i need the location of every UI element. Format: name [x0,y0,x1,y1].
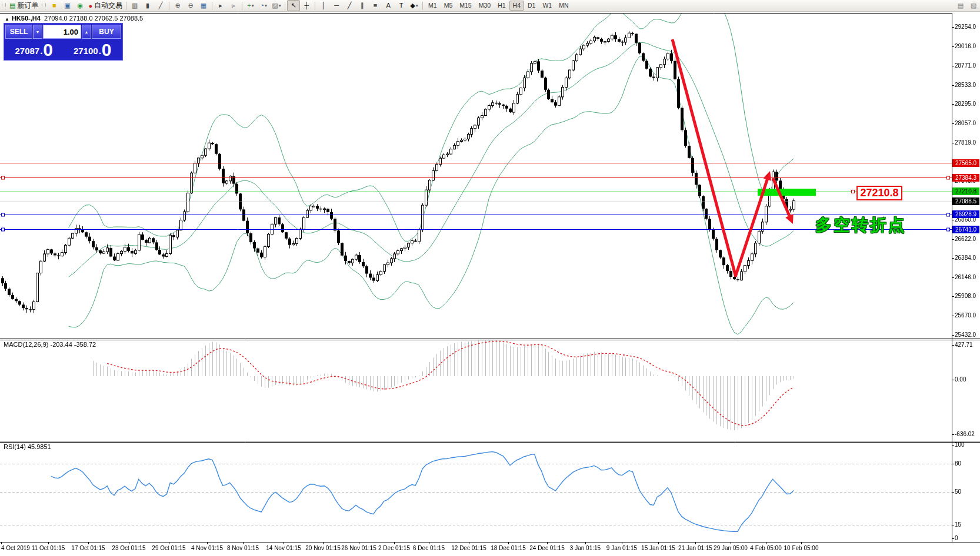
time-label: 21 Jan 01:15 [678,545,712,551]
time-label: 26 Nov 01:15 [341,545,376,551]
time-label: 17 Oct 01:15 [71,545,105,551]
price-badge: 27210.8 [952,187,979,195]
pivot-point-annotation[interactable]: 多空转折点 [815,214,906,236]
time-label: 18 Dec 01:15 [491,545,526,551]
sell-button[interactable]: SELL [5,25,32,39]
one-click-trading-panel: SELL ▼ 1.00 ▲ BUY 27087 . 0 27100 . 0 [4,23,123,61]
chart-canvas[interactable] [0,0,980,556]
volume-input[interactable]: 1.00 [43,25,81,39]
time-label: 4 Oct 2019 [1,545,30,551]
buy-price-big-digit: 0 [102,41,112,59]
time-label: 29 Oct 01:15 [152,545,185,551]
macd-axis-tick: -636.02 [955,431,975,438]
time-label: 4 Feb 05:00 [750,545,781,551]
time-label: 9 Jan 01:15 [606,545,637,551]
price-tick: 29016.0 [955,43,976,50]
price-tick: 28057.0 [955,120,976,127]
rsi-axis-tick: 100 [955,441,965,448]
sell-price-dot: . [40,43,42,59]
time-label: 4 Nov 01:15 [191,545,223,551]
time-label: 15 Jan 01:15 [641,545,675,551]
ohlc-values: 27094.0 27188.0 27062.5 27088.5 [44,15,143,22]
sell-price[interactable]: 27087 . 0 [5,39,63,59]
macd-label: MACD(12,26,9) -203.44 -358.72 [4,341,96,348]
time-label: 20 Nov 01:15 [305,545,341,551]
price-tick: 28771.0 [955,62,976,69]
price-tick: 27819.0 [955,139,976,146]
rsi-axis-tick: 15 [955,521,961,528]
rsi-axis-tick: 0 [955,535,958,542]
price-tick: 28533.0 [955,82,976,89]
price-badge: 26928.9 [952,210,979,218]
time-label: 10 Feb 05:00 [784,545,819,551]
rsi-axis-tick: 80 [955,460,961,467]
macd-axis-tick: 0.00 [955,376,966,383]
time-label: 29 Jan 05:00 [714,545,748,551]
price-tick: 25432.0 [955,331,976,339]
price-tick: 25670.0 [955,312,976,319]
rsi-label: RSI(14) 45.9851 [4,443,51,450]
time-label: 2 Dec 01:15 [378,545,410,551]
time-label: 12 Dec 01:15 [451,545,486,551]
price-tick: 29254.0 [955,24,976,31]
price-tick: 28295.0 [955,101,976,108]
macd-axis-tick: 427.71 [955,341,973,349]
time-label: 24 Dec 01:15 [529,545,565,551]
sell-price-big-digit: 0 [43,41,53,59]
price-tick: 26622.0 [955,236,976,243]
volume-increment-button[interactable]: ▲ [82,25,91,39]
price-badge: 26741.0 [952,226,979,233]
price-tick: 25908.0 [955,293,976,300]
time-label: 23 Oct 01:15 [112,545,145,551]
price-badge: 27088.5 [952,197,979,205]
buy-price[interactable]: 27100 . 0 [64,39,122,59]
sell-price-main: 27087 [15,43,39,59]
symbol-line: ▲HK50-,H4 27094.0 27188.0 27062.5 27088.… [5,15,143,22]
buy-price-main: 27100 [74,43,98,59]
time-label: 14 Nov 01:15 [266,545,301,551]
price-badge: 27384.3 [952,174,979,182]
mt4-window: ▤新订单■▣◉●自动交易▥▮╱⊕⊖▦▸▹+▾◔▾▨▾↖┼│─╱∥≡AT◆▾M1M… [0,0,980,556]
price-badge: 27565.0 [952,159,979,167]
buy-button[interactable]: BUY [92,25,121,39]
time-label: 8 Nov 01:15 [227,545,259,551]
price-callout-label[interactable]: 27210.8 [856,186,902,200]
rsi-axis-tick: 50 [955,488,961,495]
symbol-label: HK50-,H4 [12,15,41,22]
time-label: 6 Dec 01:15 [413,545,445,551]
price-tick: 26384.0 [955,254,976,262]
price-tick: 26146.0 [955,274,976,281]
volume-decrement-button[interactable]: ▼ [33,25,42,39]
collapse-icon[interactable]: ▲ [5,16,9,22]
time-label: 11 Oct 01:15 [32,545,65,551]
time-label: 3 Jan 01:15 [570,545,601,551]
buy-price-dot: . [99,43,101,59]
